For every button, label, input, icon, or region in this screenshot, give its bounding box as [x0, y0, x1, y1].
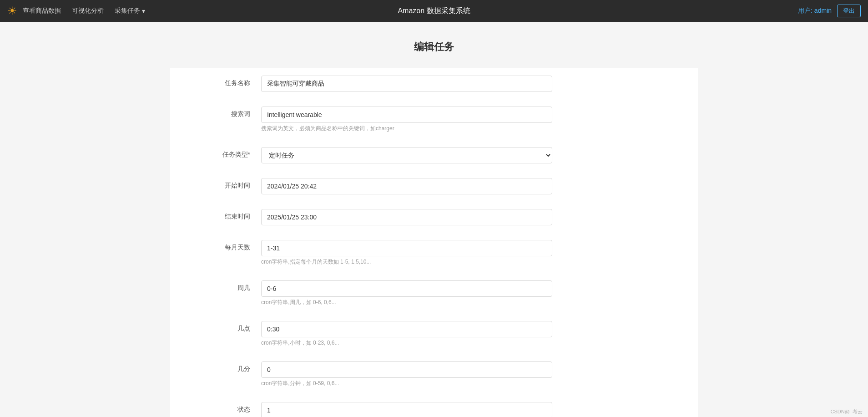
label-hour: 几点 — [170, 321, 261, 333]
label-task-name: 任务名称 — [170, 76, 261, 87]
navbar: ☀ 查看商品数据 可视化分析 采集任务 ▾ Amazon 数据采集系统 用户: … — [0, 0, 868, 22]
form-row-start-time: 开始时间 — [170, 171, 698, 202]
hint-days-of-month: cron字符串,指定每个月的天数如 1-5, 1,5,10... — [261, 258, 552, 266]
form-row-status: 状态 — [170, 395, 698, 417]
navbar-logo: ☀ — [7, 5, 17, 17]
field-days-of-month: cron字符串,指定每个月的天数如 1-5, 1,5,10... — [261, 240, 552, 266]
form-row-task-name: 任务名称 — [170, 68, 698, 99]
field-task-name — [261, 76, 552, 92]
form-row-days-of-month: 每月天数 cron字符串,指定每个月的天数如 1-5, 1,5,10... — [170, 233, 698, 273]
nav-collect-task-label: 采集任务 — [115, 7, 140, 15]
field-day-of-week: cron字符串,周几，如 0-6, 0,6... — [261, 280, 552, 306]
hint-search-term: 搜索词为英文，必须为商品名称中的关键词，如charger — [261, 125, 552, 132]
label-start-time: 开始时间 — [170, 178, 261, 190]
field-task-type: 定时任务 即时任务 — [261, 147, 552, 163]
form-row-search-term: 搜索词 搜索词为英文，必须为商品名称中的关键词，如charger — [170, 99, 698, 140]
field-end-time — [261, 209, 552, 225]
logout-button[interactable]: 登出 — [837, 5, 861, 17]
input-status[interactable] — [261, 402, 552, 417]
field-hour: cron字符串,小时，如 0-23, 0,6... — [261, 321, 552, 347]
chevron-down-icon: ▾ — [142, 7, 145, 15]
hint-minute: cron字符串,分钟，如 0-59, 0,6... — [261, 380, 552, 387]
hint-day-of-week: cron字符串,周几，如 0-6, 0,6... — [261, 299, 552, 306]
label-day-of-week: 周几 — [170, 280, 261, 292]
form-row-task-type: 任务类型* 定时任务 即时任务 — [170, 140, 698, 171]
form-row-day-of-week: 周几 cron字符串,周几，如 0-6, 0,6... — [170, 273, 698, 314]
input-task-name[interactable] — [261, 76, 552, 92]
label-minute: 几分 — [170, 361, 261, 373]
input-hour[interactable] — [261, 321, 552, 337]
field-start-time — [261, 178, 552, 194]
page-title: 编辑任务 — [170, 40, 698, 54]
nav-collect-task-dropdown[interactable]: 采集任务 ▾ — [115, 7, 145, 15]
field-search-term: 搜索词为英文，必须为商品名称中的关键词，如charger — [261, 107, 552, 132]
field-minute: cron字符串,分钟，如 0-59, 0,6... — [261, 361, 552, 387]
label-search-term: 搜索词 — [170, 107, 261, 118]
input-search-term[interactable] — [261, 107, 552, 123]
nav-visual-analysis[interactable]: 可视化分析 — [72, 7, 104, 15]
select-task-type[interactable]: 定时任务 即时任务 — [261, 147, 552, 163]
input-start-time[interactable] — [261, 178, 552, 194]
field-status — [261, 402, 552, 417]
input-days-of-month[interactable] — [261, 240, 552, 256]
navbar-right: 用户: admin 登出 — [798, 5, 861, 17]
footer-watermark: CSDN@_考云 — [831, 408, 863, 415]
label-status: 状态 — [170, 402, 261, 414]
label-task-type: 任务类型* — [170, 147, 261, 159]
navbar-nav: 查看商品数据 可视化分析 采集任务 ▾ — [23, 7, 145, 15]
form-row-minute: 几分 cron字符串,分钟，如 0-59, 0,6... — [170, 354, 698, 395]
edit-task-form: 任务名称 搜索词 搜索词为英文，必须为商品名称中的关键词，如charger 任务… — [170, 68, 698, 417]
input-day-of-week[interactable] — [261, 280, 552, 297]
navbar-user: 用户: admin — [798, 7, 832, 15]
input-end-time[interactable] — [261, 209, 552, 225]
form-row-end-time: 结束时间 — [170, 202, 698, 233]
label-end-time: 结束时间 — [170, 209, 261, 221]
form-row-hour: 几点 cron字符串,小时，如 0-23, 0,6... — [170, 314, 698, 354]
input-minute[interactable] — [261, 361, 552, 378]
navbar-title: Amazon 数据采集系统 — [398, 6, 470, 16]
hint-hour: cron字符串,小时，如 0-23, 0,6... — [261, 339, 552, 347]
main-content: 编辑任务 任务名称 搜索词 搜索词为英文，必须为商品名称中的关键词，如charg… — [161, 22, 707, 417]
label-days-of-month: 每月天数 — [170, 240, 261, 252]
nav-view-data[interactable]: 查看商品数据 — [23, 7, 61, 15]
